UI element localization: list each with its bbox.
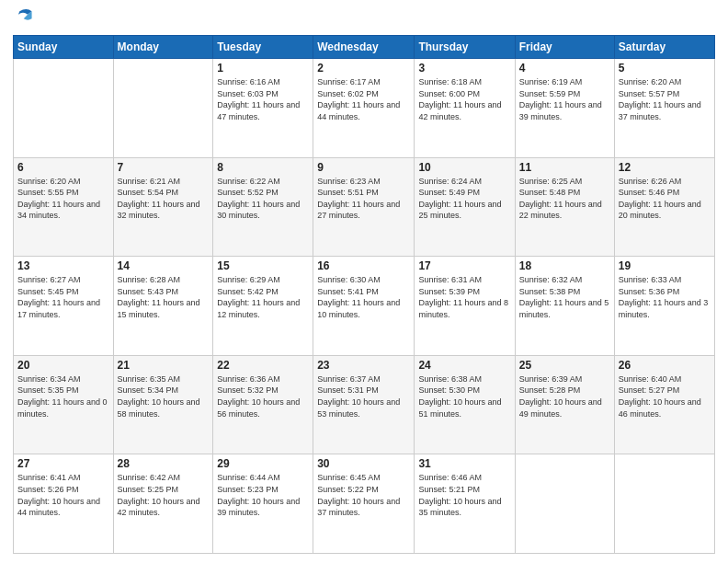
day-number: 1 xyxy=(217,62,309,75)
cell-info: Sunrise: 6:38 AM Sunset: 5:30 PM Dayligh… xyxy=(418,373,510,419)
day-number: 21 xyxy=(118,359,210,372)
day-number: 17 xyxy=(418,259,510,272)
calendar-cell: 29Sunrise: 6:44 AM Sunset: 5:23 PM Dayli… xyxy=(213,454,313,554)
day-number: 11 xyxy=(519,161,610,174)
weekday-header-thursday: Thursday xyxy=(415,36,515,59)
day-number: 7 xyxy=(118,161,210,174)
cell-info: Sunrise: 6:28 AM Sunset: 5:43 PM Dayligh… xyxy=(118,274,210,320)
day-number: 25 xyxy=(519,359,610,372)
week-row-5: 27Sunrise: 6:41 AM Sunset: 5:26 PM Dayli… xyxy=(14,454,715,554)
cell-info: Sunrise: 6:20 AM Sunset: 5:55 PM Dayligh… xyxy=(17,176,109,222)
calendar-cell xyxy=(515,454,614,554)
day-number: 14 xyxy=(118,259,210,272)
calendar-cell: 10Sunrise: 6:24 AM Sunset: 5:49 PM Dayli… xyxy=(415,157,515,257)
calendar-cell: 18Sunrise: 6:32 AM Sunset: 5:38 PM Dayli… xyxy=(515,257,614,356)
calendar-cell: 15Sunrise: 6:29 AM Sunset: 5:42 PM Dayli… xyxy=(213,257,313,356)
day-number: 30 xyxy=(317,457,410,470)
calendar-cell: 30Sunrise: 6:45 AM Sunset: 5:22 PM Dayli… xyxy=(313,454,415,554)
calendar-cell: 16Sunrise: 6:30 AM Sunset: 5:41 PM Dayli… xyxy=(313,257,415,356)
day-number: 8 xyxy=(217,161,309,174)
calendar-cell: 12Sunrise: 6:26 AM Sunset: 5:46 PM Dayli… xyxy=(614,157,714,257)
calendar-cell xyxy=(614,454,714,554)
cell-info: Sunrise: 6:24 AM Sunset: 5:49 PM Dayligh… xyxy=(418,176,510,222)
cell-info: Sunrise: 6:46 AM Sunset: 5:21 PM Dayligh… xyxy=(418,472,510,518)
cell-info: Sunrise: 6:41 AM Sunset: 5:26 PM Dayligh… xyxy=(17,472,109,518)
day-number: 9 xyxy=(317,161,410,174)
day-number: 29 xyxy=(217,457,309,470)
cell-info: Sunrise: 6:44 AM Sunset: 5:23 PM Dayligh… xyxy=(217,472,309,518)
day-number: 10 xyxy=(418,161,510,174)
calendar-cell: 6Sunrise: 6:20 AM Sunset: 5:55 PM Daylig… xyxy=(14,157,114,257)
week-row-2: 6Sunrise: 6:20 AM Sunset: 5:55 PM Daylig… xyxy=(14,157,715,257)
calendar-cell xyxy=(113,59,213,158)
week-row-3: 13Sunrise: 6:27 AM Sunset: 5:45 PM Dayli… xyxy=(14,257,715,356)
cell-info: Sunrise: 6:25 AM Sunset: 5:48 PM Dayligh… xyxy=(519,176,610,222)
logo xyxy=(13,9,37,29)
cell-info: Sunrise: 6:40 AM Sunset: 5:27 PM Dayligh… xyxy=(619,373,711,419)
weekday-header-saturday: Saturday xyxy=(614,36,714,59)
calendar-cell: 9Sunrise: 6:23 AM Sunset: 5:51 PM Daylig… xyxy=(313,157,415,257)
calendar-cell: 28Sunrise: 6:42 AM Sunset: 5:25 PM Dayli… xyxy=(113,454,213,554)
top-section xyxy=(13,9,715,29)
weekday-header-tuesday: Tuesday xyxy=(213,36,313,59)
day-number: 20 xyxy=(17,359,109,372)
day-number: 5 xyxy=(619,62,711,75)
calendar-cell: 7Sunrise: 6:21 AM Sunset: 5:54 PM Daylig… xyxy=(113,157,213,257)
day-number: 19 xyxy=(619,259,711,272)
day-number: 3 xyxy=(418,62,510,75)
weekday-header-sunday: Sunday xyxy=(14,36,114,59)
cell-info: Sunrise: 6:27 AM Sunset: 5:45 PM Dayligh… xyxy=(17,274,109,320)
cell-info: Sunrise: 6:42 AM Sunset: 5:25 PM Dayligh… xyxy=(118,472,210,518)
cell-info: Sunrise: 6:19 AM Sunset: 5:59 PM Dayligh… xyxy=(519,76,610,122)
calendar-cell: 26Sunrise: 6:40 AM Sunset: 5:27 PM Dayli… xyxy=(614,355,714,454)
day-number: 22 xyxy=(217,359,309,372)
calendar-cell: 19Sunrise: 6:33 AM Sunset: 5:36 PM Dayli… xyxy=(614,257,714,356)
calendar-cell: 27Sunrise: 6:41 AM Sunset: 5:26 PM Dayli… xyxy=(14,454,114,554)
cell-info: Sunrise: 6:26 AM Sunset: 5:46 PM Dayligh… xyxy=(619,176,711,222)
day-number: 24 xyxy=(418,359,510,372)
weekday-header-friday: Friday xyxy=(515,36,614,59)
cell-info: Sunrise: 6:35 AM Sunset: 5:34 PM Dayligh… xyxy=(118,373,210,419)
day-number: 6 xyxy=(17,161,109,174)
day-number: 28 xyxy=(118,457,210,470)
day-number: 26 xyxy=(619,359,711,372)
calendar-cell: 11Sunrise: 6:25 AM Sunset: 5:48 PM Dayli… xyxy=(515,157,614,257)
day-number: 15 xyxy=(217,259,309,272)
calendar-cell: 8Sunrise: 6:22 AM Sunset: 5:52 PM Daylig… xyxy=(213,157,313,257)
calendar-cell: 1Sunrise: 6:16 AM Sunset: 6:03 PM Daylig… xyxy=(213,59,313,158)
calendar-cell: 3Sunrise: 6:18 AM Sunset: 6:00 PM Daylig… xyxy=(415,59,515,158)
calendar-table: SundayMondayTuesdayWednesdayThursdayFrid… xyxy=(13,35,715,554)
cell-info: Sunrise: 6:17 AM Sunset: 6:02 PM Dayligh… xyxy=(317,76,410,122)
calendar-cell: 4Sunrise: 6:19 AM Sunset: 5:59 PM Daylig… xyxy=(515,59,614,158)
calendar-cell: 20Sunrise: 6:34 AM Sunset: 5:35 PM Dayli… xyxy=(14,355,114,454)
day-number: 13 xyxy=(17,259,109,272)
cell-info: Sunrise: 6:21 AM Sunset: 5:54 PM Dayligh… xyxy=(118,176,210,222)
weekday-header-row: SundayMondayTuesdayWednesdayThursdayFrid… xyxy=(14,36,715,59)
calendar-cell: 2Sunrise: 6:17 AM Sunset: 6:02 PM Daylig… xyxy=(313,59,415,158)
cell-info: Sunrise: 6:32 AM Sunset: 5:38 PM Dayligh… xyxy=(519,274,610,320)
day-number: 2 xyxy=(317,62,410,75)
calendar-cell: 22Sunrise: 6:36 AM Sunset: 5:32 PM Dayli… xyxy=(213,355,313,454)
day-number: 4 xyxy=(519,62,610,75)
weekday-header-wednesday: Wednesday xyxy=(313,36,415,59)
cell-info: Sunrise: 6:36 AM Sunset: 5:32 PM Dayligh… xyxy=(217,373,309,419)
cell-info: Sunrise: 6:37 AM Sunset: 5:31 PM Dayligh… xyxy=(317,373,410,419)
cell-info: Sunrise: 6:20 AM Sunset: 5:57 PM Dayligh… xyxy=(619,76,711,122)
calendar-cell xyxy=(14,59,114,158)
day-number: 31 xyxy=(418,457,510,470)
calendar-cell: 21Sunrise: 6:35 AM Sunset: 5:34 PM Dayli… xyxy=(113,355,213,454)
cell-info: Sunrise: 6:18 AM Sunset: 6:00 PM Dayligh… xyxy=(418,76,510,122)
day-number: 12 xyxy=(619,161,711,174)
cell-info: Sunrise: 6:45 AM Sunset: 5:22 PM Dayligh… xyxy=(317,472,410,518)
page: SundayMondayTuesdayWednesdayThursdayFrid… xyxy=(0,0,728,563)
cell-info: Sunrise: 6:16 AM Sunset: 6:03 PM Dayligh… xyxy=(217,76,309,122)
calendar-cell: 31Sunrise: 6:46 AM Sunset: 5:21 PM Dayli… xyxy=(415,454,515,554)
cell-info: Sunrise: 6:22 AM Sunset: 5:52 PM Dayligh… xyxy=(217,176,309,222)
day-number: 16 xyxy=(317,259,410,272)
day-number: 23 xyxy=(317,359,410,372)
calendar-cell: 25Sunrise: 6:39 AM Sunset: 5:28 PM Dayli… xyxy=(515,355,614,454)
cell-info: Sunrise: 6:23 AM Sunset: 5:51 PM Dayligh… xyxy=(317,176,410,222)
cell-info: Sunrise: 6:39 AM Sunset: 5:28 PM Dayligh… xyxy=(519,373,610,419)
day-number: 27 xyxy=(17,457,109,470)
cell-info: Sunrise: 6:30 AM Sunset: 5:41 PM Dayligh… xyxy=(317,274,410,320)
